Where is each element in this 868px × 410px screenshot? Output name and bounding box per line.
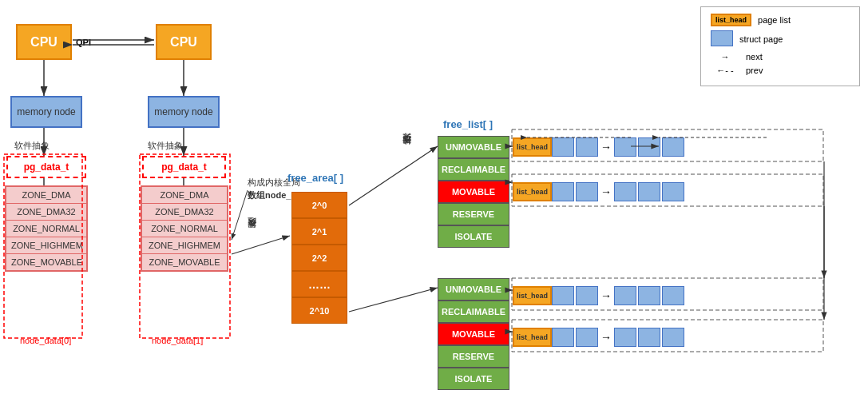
fa-item-1: 2^1 xyxy=(291,218,347,245)
mc-unmovable-2: UNMOVABLE xyxy=(438,278,509,301)
zone-col-2: ZONE_DMA ZONE_DMA32 ZONE_NORMAL ZONE_HIG… xyxy=(141,185,228,272)
list-head-2: list_head xyxy=(513,182,552,201)
soft-label-2: 软件抽象 xyxy=(148,140,183,152)
mc-movable-1: MOVABLE xyxy=(438,181,509,203)
fa-item-0: 2^0 xyxy=(291,192,347,218)
zone-item: ZONE_HIGHMEM xyxy=(142,237,227,254)
mc-reclaimable-1: RECLAIMABLE xyxy=(438,158,509,181)
page-box xyxy=(576,286,598,305)
page-box xyxy=(614,182,636,201)
page-box xyxy=(638,182,660,201)
mc-reserve-2: RESERVE xyxy=(438,345,509,368)
legend-row-next: → next xyxy=(711,52,850,62)
migrate-col-2: UNMOVABLE RECLAIMABLE MOVABLE RESERVE IS… xyxy=(438,278,509,390)
pg-data-2: pg_data_t xyxy=(142,156,226,178)
chain-row-1: list_head → → xyxy=(513,137,685,157)
free-area-label: free_area[ ] xyxy=(287,172,343,184)
group-label: 按幂次分组 xyxy=(246,232,258,236)
page-box xyxy=(614,137,636,157)
chain-row-2: list_head → → xyxy=(513,182,685,201)
legend-row-listhead: list_head page list xyxy=(711,14,850,26)
legend-structpage-icon xyxy=(711,30,733,48)
page-box xyxy=(638,137,660,157)
page-box xyxy=(662,137,684,157)
legend-row-prev: ←- - prev xyxy=(711,66,850,75)
page-box xyxy=(552,286,574,305)
main-diagram: CPU CPU QPI memory node memory node 软件抽象… xyxy=(0,0,868,410)
fa-item-10: 2^10 xyxy=(291,297,347,324)
free-area-column: 2^0 2^1 2^2 …… 2^10 xyxy=(291,192,347,324)
page-box xyxy=(576,328,598,347)
zone-col-1: ZONE_DMA ZONE_DMA32 ZONE_NORMAL ZONE_HIG… xyxy=(5,185,88,272)
cpu2-box: CPU xyxy=(156,24,212,60)
page-box xyxy=(662,328,684,347)
legend-next-icon: → xyxy=(711,52,739,62)
svg-line-15 xyxy=(349,146,438,205)
zone-item: ZONE_DMA32 xyxy=(142,204,227,221)
cpu2-label: CPU xyxy=(170,35,197,50)
free-list-label: free_list[ ] xyxy=(443,118,493,130)
zone-item: ZONE_NORMAL xyxy=(142,221,227,237)
mc-isolate-2: ISOLATE xyxy=(438,368,509,390)
migrate-col-1: UNMOVABLE RECLAIMABLE MOVABLE RESERVE IS… xyxy=(438,136,509,248)
zone-item: ZONE_MOVABLE xyxy=(6,254,86,270)
mc-reclaimable-2: RECLAIMABLE xyxy=(438,301,509,323)
node-data-0-label: node_data[0] xyxy=(20,336,71,345)
legend-prev-icon: ←- - xyxy=(711,66,739,75)
page-box xyxy=(576,182,598,201)
svg-line-16 xyxy=(349,288,438,312)
zone-item: ZONE_DMA xyxy=(6,187,86,204)
svg-line-13 xyxy=(232,236,290,254)
soft-label-1: 软件抽象 xyxy=(14,140,50,152)
mc-isolate-1: ISOLATE xyxy=(438,225,509,248)
legend-listhead-label: page list xyxy=(758,15,791,25)
zone-item: ZONE_DMA32 xyxy=(6,204,86,221)
page-box xyxy=(662,182,684,201)
fa-item-2: 2^2 xyxy=(291,245,347,271)
page-box xyxy=(552,137,574,157)
legend-row-structpage: struct page xyxy=(711,30,850,48)
page-box xyxy=(614,328,636,347)
page-box xyxy=(576,137,598,157)
list-head-1: list_head xyxy=(513,137,552,157)
page-box xyxy=(614,286,636,305)
chain-row-4: list_head → → xyxy=(513,328,685,347)
mc-reserve-1: RESERVE xyxy=(438,203,509,225)
mc-movable-2: MOVABLE xyxy=(438,323,509,345)
mem1-label: memory node xyxy=(17,106,75,117)
page-box xyxy=(638,286,660,305)
legend-structpage-label: struct page xyxy=(739,34,783,44)
cpu1-box: CPU xyxy=(16,24,72,60)
zone-item: ZONE_MOVABLE xyxy=(142,254,227,270)
legend-prev-label: prev xyxy=(746,66,763,75)
chain-row-3: list_head → → xyxy=(513,286,685,305)
zone-item: ZONE_NORMAL xyxy=(6,221,86,237)
mem2-label: memory node xyxy=(154,106,212,117)
list-head-4: list_head xyxy=(513,328,552,347)
legend-box: list_head page list struct page → next ←… xyxy=(700,6,860,86)
memory-node-2: memory node xyxy=(148,96,220,128)
list-head-3: list_head xyxy=(513,286,552,305)
page-box xyxy=(638,328,660,347)
svg-line-14 xyxy=(232,190,248,240)
migrate-label: 按迁移类型分 xyxy=(401,148,413,153)
pg-data-1: pg_data_t xyxy=(6,156,86,178)
zone-item: ZONE_DMA xyxy=(142,187,227,204)
page-box xyxy=(552,328,574,347)
node-data-1-label: node_data[1] xyxy=(152,336,203,345)
page-box xyxy=(552,182,574,201)
zone-item: ZONE_HIGHMEM xyxy=(6,237,86,254)
qpi-label: QPI xyxy=(76,38,91,47)
cpu1-label: CPU xyxy=(30,35,57,50)
memory-node-1: memory node xyxy=(10,96,82,128)
fa-item-dots: …… xyxy=(291,271,347,297)
page-box xyxy=(662,286,684,305)
legend-next-label: next xyxy=(746,52,763,62)
mc-unmovable-1: UNMOVABLE xyxy=(438,136,509,158)
legend-listhead-icon: list_head xyxy=(711,14,751,26)
